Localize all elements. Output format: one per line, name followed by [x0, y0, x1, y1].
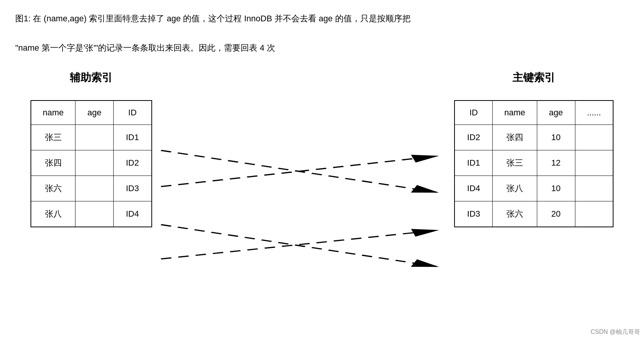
table-row: 张六 ID3	[31, 176, 152, 201]
pri-row1-more	[575, 125, 613, 150]
table-row: ID3 张六 20	[454, 201, 613, 227]
svg-line-3	[161, 225, 436, 267]
pri-row2-name: 张三	[493, 150, 537, 176]
table-row: ID name age ......	[454, 101, 613, 125]
watermark: CSDN @柚几哥哥	[591, 328, 640, 336]
arrows-container	[152, 116, 454, 306]
table-row: 张八 ID4	[31, 201, 152, 227]
table-row: ID4 张八 10	[454, 176, 613, 201]
pri-header-age: age	[537, 101, 575, 125]
aux-row1-id: ID1	[114, 125, 152, 150]
caption-line1: 图1: 在 (name,age) 索引里面特意去掉了 age 的值，这个过程 I…	[15, 11, 549, 26]
table-row: 张四 ID2	[31, 150, 152, 176]
pri-row1-name: 张四	[493, 125, 537, 150]
aux-row3-name: 张六	[31, 176, 75, 201]
diagram-container: 辅助索引 name age ID 张三 ID1 张四 ID2	[15, 70, 629, 306]
pri-row2-age: 12	[537, 150, 575, 176]
pri-row4-more	[575, 201, 613, 227]
arrows-svg	[152, 116, 454, 306]
table-row: ID2 张四 10	[454, 125, 613, 150]
aux-row1-name: 张三	[31, 125, 75, 150]
pri-row4-age: 20	[537, 201, 575, 227]
primary-index-title: 主键索引	[512, 70, 555, 85]
auxiliary-index-title: 辅助索引	[70, 70, 112, 85]
pri-row3-id: ID4	[454, 176, 493, 201]
aux-row4-age	[75, 201, 114, 227]
svg-line-4	[161, 230, 436, 259]
pri-row3-more	[575, 176, 613, 201]
table-row: name age ID	[31, 101, 152, 125]
aux-header-id: ID	[114, 101, 152, 125]
aux-row2-id: ID2	[114, 150, 152, 176]
caption: 图1: 在 (name,age) 索引里面特意去掉了 age 的值，这个过程 I…	[15, 11, 629, 55]
auxiliary-index-table: name age ID 张三 ID1 张四 ID2 张六	[31, 100, 152, 227]
table-row: 张三 ID1	[31, 125, 152, 150]
pri-row1-id: ID2	[454, 125, 493, 150]
aux-row3-age	[75, 176, 114, 201]
caption-line2: "name 第一个字是'张'"的记录一条条取出来回表。因此，需要回表 4 次	[15, 41, 549, 55]
pri-header-more: ......	[575, 101, 613, 125]
aux-row4-id: ID4	[114, 201, 152, 227]
pri-header-name: name	[493, 101, 537, 125]
aux-row3-id: ID3	[114, 176, 152, 201]
aux-header-age: age	[75, 101, 114, 125]
aux-row2-name: 张四	[31, 150, 75, 176]
auxiliary-index-section: 辅助索引 name age ID 张三 ID1 张四 ID2	[31, 70, 152, 227]
pri-row1-age: 10	[537, 125, 575, 150]
pri-header-id: ID	[454, 101, 493, 125]
svg-line-2	[161, 156, 436, 187]
aux-row2-age	[75, 150, 114, 176]
pri-row4-id: ID3	[454, 201, 493, 227]
aux-row4-name: 张八	[31, 201, 75, 227]
table-row: ID1 张三 12	[454, 150, 613, 176]
aux-header-name: name	[31, 101, 75, 125]
primary-index-table: ID name age ...... ID2 张四 10 ID1 张三 12	[454, 100, 613, 227]
pri-row3-age: 10	[537, 176, 575, 201]
aux-row1-age	[75, 125, 114, 150]
pri-row4-name: 张六	[493, 201, 537, 227]
pri-row2-id: ID1	[454, 150, 493, 176]
pri-row3-name: 张八	[493, 176, 537, 201]
pri-row2-more	[575, 150, 613, 176]
primary-index-section: 主键索引 ID name age ...... ID2 张四 10 ID1	[454, 70, 613, 227]
